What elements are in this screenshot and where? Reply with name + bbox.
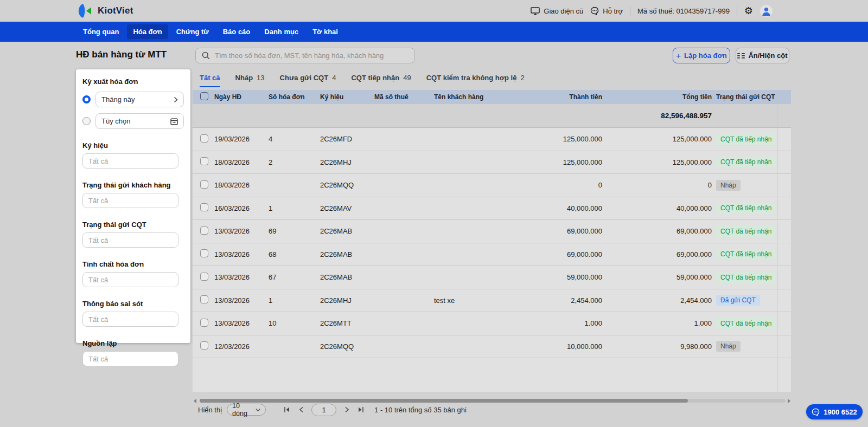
table-row[interactable]: 13/03/2026 67 2C26MAB 59,000.000 59,000.… — [193, 266, 791, 289]
cell-total: 1.000 — [608, 319, 716, 327]
cell-serial: 2C26MQQ — [320, 181, 374, 189]
gear-icon[interactable]: ⚙ — [744, 6, 753, 16]
tab-5[interactable]: CQT kiểm tra không hợp lệ 2 — [426, 74, 525, 87]
filter-input[interactable] — [82, 351, 178, 366]
pagination-bar: Hiển thị 10 dòng — [198, 402, 467, 417]
row-checkbox[interactable] — [200, 180, 208, 189]
cell-serial: 2C26MHJ — [320, 158, 374, 166]
cell-total: 0 — [608, 181, 716, 189]
table-row[interactable]: 16/03/2026 1 2C26MAV 40,000.000 40,000.0… — [193, 197, 791, 221]
table-row[interactable]: 13/03/2026 1 2C26MHJ test xe 2,454.000 2… — [193, 289, 791, 313]
period-select[interactable]: Tháng này — [95, 92, 184, 107]
page-size-value: 10 dòng — [232, 402, 256, 417]
nav-item-2[interactable]: Hóa đơn — [127, 24, 168, 39]
search-input[interactable] — [215, 51, 409, 60]
nav-item-5[interactable]: Danh mục — [258, 24, 304, 39]
column-header: Tổng tiền — [608, 93, 716, 101]
search-box[interactable] — [195, 48, 415, 63]
toggle-columns-button[interactable]: Ẩn/Hiện cột — [736, 48, 789, 63]
status-badge: CQT đã tiếp nhận — [716, 134, 776, 145]
cell-invoice-date: 13/03/2026 — [214, 227, 269, 235]
cell-amount: 125,000.000 — [499, 135, 608, 143]
select-all-checkbox[interactable] — [200, 92, 208, 100]
nav-item-1[interactable]: Tổng quan — [77, 24, 125, 39]
row-checkbox[interactable] — [200, 319, 208, 327]
radio-custom-range[interactable] — [82, 117, 91, 125]
brand-name: KiotViet — [98, 5, 133, 16]
cell-invoice-number: 2 — [269, 158, 320, 166]
table-row[interactable]: 13/03/2026 69 2C26MAB 69,000.000 69,000.… — [193, 220, 791, 243]
nav-item-4[interactable]: Báo cáo — [217, 24, 257, 39]
custom-range-picker[interactable]: Tùy chọn — [95, 113, 184, 129]
tab-4[interactable]: CQT tiếp nhận 49 — [351, 74, 411, 87]
status-badge: Nháp — [716, 180, 741, 191]
cell-invoice-number: 1 — [269, 204, 320, 212]
tab-2[interactable]: Nháp 13 — [235, 74, 265, 87]
row-checkbox[interactable] — [200, 341, 208, 350]
radio-this-month[interactable] — [82, 95, 91, 103]
row-checkbox[interactable] — [200, 227, 208, 235]
cell-serial: 2C26MQQ — [320, 342, 374, 351]
first-page-button[interactable] — [280, 403, 294, 416]
nav-item-6[interactable]: Tờ khai — [307, 24, 344, 39]
last-page-button[interactable] — [354, 403, 368, 416]
filter-input[interactable] — [82, 193, 178, 208]
toggle-columns-label: Ẩn/Hiện cột — [748, 51, 787, 60]
cell-total: 125,000.000 — [608, 158, 716, 166]
status-badge: CQT đã tiếp nhận — [716, 226, 776, 237]
row-checkbox[interactable] — [200, 249, 208, 257]
status-badge: CQT đã tiếp nhận — [716, 249, 776, 260]
row-checkbox[interactable] — [200, 203, 208, 211]
brand: KiotViet — [76, 3, 133, 18]
next-page-button[interactable] — [340, 403, 354, 416]
cell-invoice-date: 19/03/2026 — [214, 135, 269, 143]
nav-item-3[interactable]: Chứng từ — [170, 24, 215, 39]
table-row[interactable]: 13/03/2026 68 2C26MAB 69,000.000 69,000.… — [193, 243, 791, 267]
row-checkbox[interactable] — [200, 157, 208, 165]
filter-input[interactable] — [82, 153, 178, 169]
records-info: 1 - 10 trên tổng số 35 bản ghi — [374, 406, 467, 414]
prev-page-button[interactable] — [294, 403, 308, 416]
row-checkbox[interactable] — [200, 273, 208, 281]
column-header: Ngày HĐ — [214, 93, 269, 101]
plus-icon: + — [676, 51, 681, 60]
table-row[interactable]: 12/03/2026 2C26MQQ 10,000.000 9,980.000 … — [193, 335, 791, 359]
status-badge: CQT đã tiếp nhận — [716, 318, 776, 329]
hotline-button[interactable]: 1900 6522 — [806, 404, 863, 419]
cell-serial: 2C26MAB — [320, 273, 374, 281]
page-size-select[interactable]: 10 dòng — [227, 404, 266, 416]
scroll-left-arrow[interactable] — [194, 399, 196, 403]
custom-range-value: Tùy chọn — [101, 117, 130, 125]
avatar[interactable] — [760, 5, 773, 17]
cell-amount: 59,000.000 — [499, 273, 608, 281]
filter-input[interactable] — [82, 232, 178, 248]
cell-amount: 2,454.000 — [499, 296, 608, 305]
column-header: Ký hiệu — [320, 93, 374, 101]
filter-input[interactable] — [82, 312, 178, 327]
status-badge: Nháp — [716, 341, 741, 352]
row-checkbox[interactable] — [200, 295, 208, 303]
table-row[interactable]: 18/03/2026 2 2C26MHJ 125,000.000 125,000… — [193, 151, 791, 174]
summary-total: 82,596,488.957 — [608, 112, 716, 120]
cell-invoice-number: 69 — [269, 227, 320, 235]
period-option-custom[interactable]: Tùy chọn — [82, 113, 184, 129]
tab-1[interactable]: Tất cả — [200, 74, 220, 87]
table-row[interactable]: 13/03/2026 10 2C26MTT 1.000 1.000 CQT đã… — [193, 312, 791, 335]
period-option-this-month[interactable]: Tháng này — [82, 92, 184, 107]
support-link[interactable]: Hỗ trợ — [590, 7, 623, 15]
filter-input[interactable] — [82, 272, 178, 287]
page-number-input[interactable] — [311, 404, 336, 416]
tab-3[interactable]: Chưa gửi CQT 4 — [280, 74, 336, 87]
scroll-right-arrow[interactable] — [788, 399, 790, 403]
row-checkbox[interactable] — [200, 134, 208, 143]
table-row[interactable]: 18/03/2026 2C26MQQ 0 0 Nháp — [193, 174, 791, 197]
cell-serial: 2C26MAB — [320, 227, 374, 235]
page-size-label: Hiển thị — [198, 406, 222, 414]
create-invoice-button[interactable]: + Lập hóa đơn — [673, 48, 730, 63]
table-row[interactable]: 19/03/2026 4 2C26MFD 125,000.000 125,000… — [193, 128, 791, 151]
cell-invoice-number: 10 — [269, 319, 320, 327]
tax-code: Mã số thuế: 0104359717-999 — [637, 7, 730, 15]
create-invoice-label: Lập hóa đơn — [684, 51, 727, 60]
old-ui-link[interactable]: Giao diện cũ — [531, 7, 583, 15]
status-badge: CQT đã tiếp nhận — [716, 157, 776, 167]
